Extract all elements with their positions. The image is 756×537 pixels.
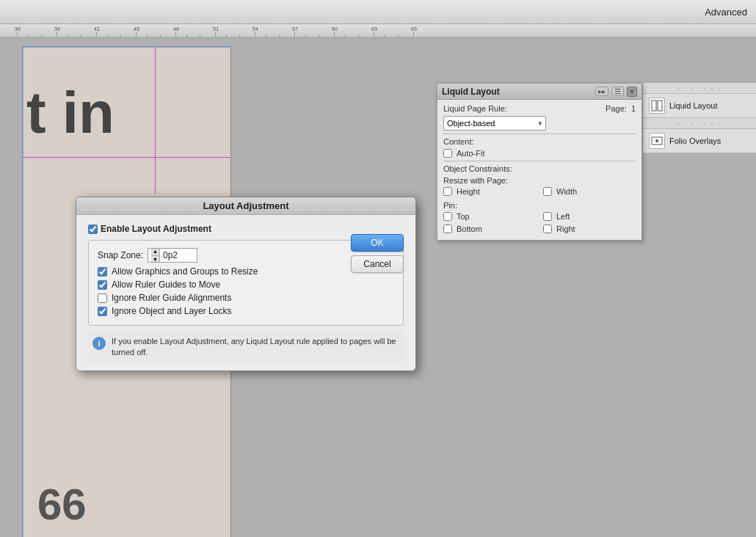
svg-rect-0 <box>652 101 656 111</box>
enable-layout-adj-checkbox[interactable] <box>88 224 98 234</box>
side-panel-ll-label: Liquid Layout <box>669 101 717 110</box>
page-text-content: t in <box>26 84 115 142</box>
snap-zone-label: Snap Zone: <box>98 250 143 260</box>
ignore-locks-label: Ignore Object and Layer Locks <box>112 306 231 316</box>
ll-width-label: Width <box>556 187 577 196</box>
ruler-tick-3: 39 <box>54 26 60 37</box>
ruler-tick-0: 36 <box>15 26 21 37</box>
selection-top <box>23 47 230 48</box>
ll-title-controls: ▸▸ ☰ ✕ <box>595 87 637 97</box>
ruler-tick-29 <box>398 29 399 37</box>
ruler-tick-15: 51 <box>213 26 219 37</box>
ruler-tick-21: 57 <box>292 26 298 37</box>
dialog-title-bar: Layout Adjustment <box>76 197 415 215</box>
ll-height-checkbox[interactable] <box>443 187 452 196</box>
ll-left-label: Left <box>556 212 570 221</box>
liquid-layout-panel: Liquid Layout ▸▸ ☰ ✕ Liquid Page Rule: P… <box>437 83 642 241</box>
ruler-tick-26 <box>358 29 359 37</box>
side-panels-dots2: · · · · · · · <box>643 118 756 129</box>
ll-divider2 <box>443 161 636 161</box>
ll-title: Liquid Layout <box>442 87 500 97</box>
ll-select-row: Object-based Scale Re-center Guide-based… <box>443 116 636 131</box>
dialog-body: Enable Layout Adjustment Snap Zone: ▲ ▼ … <box>76 215 415 370</box>
ll-top-checkbox[interactable] <box>443 212 452 221</box>
folio-overlays-icon <box>649 133 665 149</box>
ll-expand-btn[interactable]: ▸▸ <box>595 87 608 96</box>
ruler-tick-11 <box>160 29 161 37</box>
ll-bottom-checkbox[interactable] <box>443 224 452 233</box>
dialog-buttons: OK Cancel <box>351 234 404 273</box>
snap-zone-spinner[interactable]: ▲ ▼ <box>151 248 160 263</box>
ruler-tick-1 <box>28 29 29 37</box>
snap-zone-down-btn[interactable]: ▼ <box>151 256 159 263</box>
ruler-tick-20 <box>279 29 280 37</box>
dialog-title: Layout Adjustment <box>203 200 288 211</box>
ll-top-row: Top <box>443 212 536 221</box>
ok-button[interactable]: OK <box>351 234 404 252</box>
ll-width-checkbox[interactable] <box>543 187 552 196</box>
ruler-tick-13 <box>186 29 187 37</box>
ruler-tick-27: 63 <box>371 26 377 37</box>
side-panels: · · · · · · · Liquid Layout · · · · · · … <box>642 83 756 153</box>
ll-page-rule-select[interactable]: Object-based Scale Re-center Guide-based <box>443 116 546 131</box>
cancel-button[interactable]: Cancel <box>351 255 404 273</box>
ruler-tick-5 <box>81 29 81 37</box>
allow-graphics-checkbox[interactable] <box>98 267 107 277</box>
ignore-locks-checkbox[interactable] <box>98 307 107 316</box>
allow-graphics-label: Allow Graphics and Groups to Resize <box>112 266 258 277</box>
ruler-tick-30: 66 <box>411 26 417 37</box>
top-bar: Advanced <box>0 0 756 24</box>
advanced-label[interactable]: Advanced <box>705 7 747 18</box>
ruler-tick-22 <box>305 29 306 37</box>
ll-right-label: Right <box>556 224 575 233</box>
ll-pin-label: Pin: <box>443 201 636 210</box>
snap-zone-input-wrapper: ▲ ▼ 0p2 <box>148 248 197 263</box>
ll-height-row: Height <box>443 187 536 196</box>
ruler-tick-7 <box>107 29 108 37</box>
ruler-tick-18: 54 <box>252 26 258 37</box>
ll-title-bar: Liquid Layout ▸▸ ☰ ✕ <box>437 84 641 100</box>
allow-ruler-checkbox[interactable] <box>98 280 107 290</box>
info-icon: i <box>92 337 106 350</box>
ignore-ruler-checkbox[interactable] <box>98 293 107 303</box>
cb-allow-ruler-row: Allow Ruler Guides to Move <box>98 280 394 290</box>
cb-allow-graphics-row: Allow Graphics and Groups to Resize <box>98 266 394 277</box>
ll-close-btn[interactable]: ✕ <box>627 87 637 97</box>
enable-layout-adj-label: Enable Layout Adjustment <box>101 224 211 234</box>
snap-zone-value[interactable]: 0p2 <box>160 250 194 260</box>
ruler-tick-14 <box>200 29 200 37</box>
ll-obj-constraints-label: Object Constraints: <box>443 164 636 173</box>
selection-left <box>23 47 24 537</box>
snap-zone-up-btn[interactable]: ▲ <box>151 248 159 256</box>
ll-auto-fit-checkbox[interactable] <box>443 149 452 158</box>
ruler-horizontal: 3639424548515457606366 <box>0 24 756 37</box>
ll-width-row: Width <box>543 187 636 196</box>
ll-top-label: Top <box>457 212 470 221</box>
snap-zone-row: Snap Zone: ▲ ▼ 0p2 <box>98 248 394 263</box>
ll-content-label: Content: <box>443 137 636 146</box>
ll-bottom-label: Bottom <box>457 224 482 233</box>
side-panel-liquid-layout[interactable]: Liquid Layout <box>643 94 756 118</box>
ruler-tick-4 <box>68 29 68 37</box>
ll-page-label-text: Page: 1 <box>606 104 636 113</box>
ll-right-checkbox[interactable] <box>543 224 552 233</box>
page-number-text: 66 <box>37 479 87 530</box>
ll-page-rule-row: Liquid Page Rule: Page: 1 <box>443 104 636 113</box>
ll-left-checkbox[interactable] <box>543 212 552 221</box>
ruler-tick-9: 45 <box>134 26 139 37</box>
ll-divider1 <box>443 134 636 134</box>
side-panel-folio-overlays[interactable]: Folio Overlays <box>643 129 756 153</box>
side-panels-dots: · · · · · · · <box>643 83 756 94</box>
ruler-tick-17 <box>239 29 240 37</box>
ruler-tick-24: 60 <box>332 26 338 37</box>
ll-right-row: Right <box>543 224 636 233</box>
ll-left-row: Left <box>543 212 636 221</box>
canvas-area: 3639424548515457606366 t in 66 Liquid La… <box>0 24 756 537</box>
side-panel-fo-label: Folio Overlays <box>669 136 721 145</box>
info-text: If you enable Layout Adjustment, any Liq… <box>112 336 399 359</box>
guide-line-v <box>155 47 156 194</box>
ruler-tick-16 <box>226 29 227 37</box>
ll-height-label: Height <box>457 187 480 196</box>
ruler-tick-19 <box>266 29 266 37</box>
ll-menu-btn[interactable]: ☰ <box>611 87 624 96</box>
